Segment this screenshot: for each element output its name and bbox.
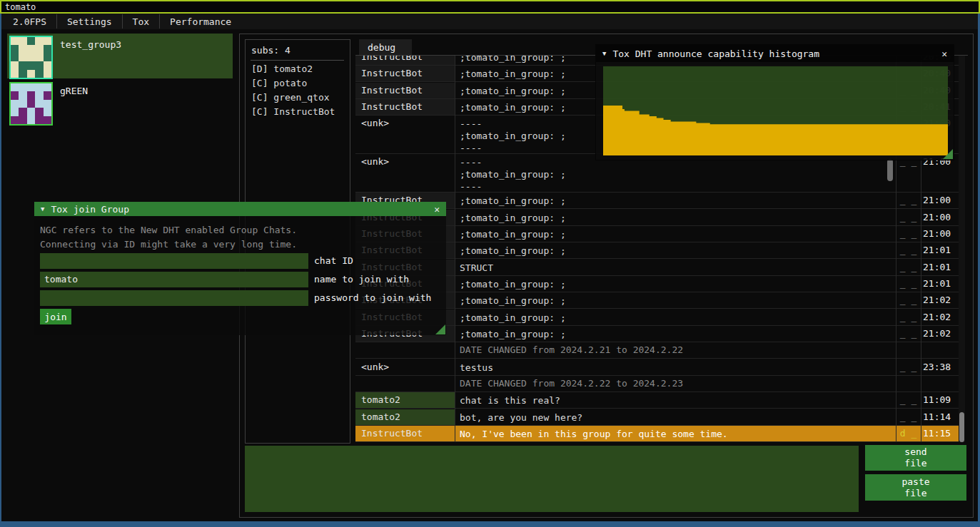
avatar-pixel <box>44 37 51 45</box>
avatar-pixel <box>11 45 19 53</box>
paste-file-button[interactable]: paste file <box>865 474 966 501</box>
sidebar-group-gREEN[interactable]: gREEN <box>7 80 233 125</box>
avatar-pixel <box>19 116 26 124</box>
menu-item-performance[interactable]: Performance <box>160 14 241 29</box>
collapse-arrow-icon[interactable]: ▼ <box>602 50 606 57</box>
delivery-status: _ _ <box>896 193 921 208</box>
date-separator-row: DATE CHANGED from 2024.2.22 to 2024.2.23 <box>355 376 959 392</box>
sender-name: InstructBot <box>355 99 455 115</box>
members-separator <box>251 60 344 61</box>
dht-histogram-plot <box>603 66 948 155</box>
avatar-pixel <box>19 83 26 91</box>
menu-item-tox[interactable]: Tox <box>123 14 159 29</box>
avatar-pixel <box>19 91 26 99</box>
group-name-label: gREEN <box>60 86 88 125</box>
message-row[interactable]: <unk>testus_ _23:38 <box>355 359 959 376</box>
avatar-pixel <box>27 61 35 69</box>
avatar-pixel <box>35 116 43 124</box>
message-timestamp: 21:00 <box>923 210 959 225</box>
avatar-pixel <box>19 100 26 108</box>
avatar-pixel <box>35 37 43 45</box>
sender-name: InstructBot <box>355 426 455 441</box>
send-file-button[interactable]: send file <box>865 445 966 471</box>
join-name-input[interactable]: tomato <box>40 272 308 287</box>
sender-name: InstructBot <box>355 56 455 65</box>
resize-grip[interactable] <box>943 149 953 159</box>
collapse-arrow-icon[interactable]: ▼ <box>41 205 44 213</box>
inline-scrollbar-thumb[interactable] <box>887 159 893 181</box>
avatar-pixel <box>35 108 43 116</box>
sender-name: tomato2 <box>355 409 455 425</box>
sender-name: <unk> <box>355 154 455 192</box>
dht-histogram-title: Tox DHT announce capability histogram <box>612 48 819 59</box>
message-text: ;tomato_in_group: ; <box>456 292 894 308</box>
tab-debug-label: debug <box>368 42 395 53</box>
avatar-pixel <box>44 53 51 61</box>
dht-histogram-window: ▼ Tox DHT announce capability histogram … <box>595 44 954 160</box>
close-icon[interactable]: ✕ <box>434 204 440 215</box>
menu-item-settings[interactable]: Settings <box>57 14 122 29</box>
message-timestamp: 23:38 <box>923 359 959 375</box>
messages-scrollbar-thumb[interactable] <box>959 412 964 442</box>
message-timestamp: 21:00 <box>923 226 959 242</box>
tab-debug[interactable]: debug <box>359 39 412 55</box>
join-group-titlebar[interactable]: ▼ Tox join Group ✕ <box>34 202 446 216</box>
field-label: chat ID <box>314 253 353 266</box>
sender-name: InstructBot <box>355 83 455 98</box>
avatar-pixel <box>27 100 35 108</box>
send-file-label-line2: file <box>904 458 926 469</box>
message-text: No, I've been in this group for quite so… <box>456 426 894 441</box>
avatar-pixel <box>44 116 51 124</box>
window-title: tomato <box>5 2 36 12</box>
member-item-1[interactable]: [C] potato <box>251 78 307 92</box>
avatar-pixel <box>35 100 43 108</box>
avatar-pixel <box>11 70 19 78</box>
field-label: password to join with <box>314 290 431 303</box>
avatar-pixel <box>27 116 35 124</box>
resize-grip[interactable] <box>435 324 445 334</box>
avatar-pixel <box>44 91 51 99</box>
titlebar[interactable]: tomato <box>0 0 980 14</box>
delivery-status: d _ <box>896 426 921 441</box>
avatar-pixel <box>35 45 43 53</box>
join-group-title: Tox join Group <box>51 204 129 215</box>
chat-id-input[interactable] <box>40 253 308 269</box>
delivery-status: _ _ <box>896 359 921 375</box>
column-divider-name <box>455 56 455 442</box>
join-password-input[interactable] <box>40 290 308 306</box>
message-text: chat is this real? <box>456 392 894 408</box>
member-item-0[interactable]: [D] tomato2 <box>251 63 313 78</box>
menu-item-2.0fps: 2.0FPS <box>3 14 56 29</box>
group-avatar <box>9 82 53 126</box>
message-text: ;tomato_in_group: ; <box>456 276 894 292</box>
member-item-3[interactable]: [C] InstructBot <box>251 106 335 121</box>
message-timestamp: 21:02 <box>923 309 959 325</box>
message-timestamp: 21:02 <box>923 326 959 342</box>
message-timestamp: 11:15 <box>923 426 959 441</box>
avatar-pixel <box>44 70 51 78</box>
avatar-pixel <box>11 91 19 99</box>
message-timestamp: 21:01 <box>923 242 959 258</box>
message-row[interactable]: InstructBotNo, I've been in this group f… <box>355 426 959 442</box>
delivery-status: _ _ <box>896 242 921 258</box>
avatar-pixel <box>35 70 43 78</box>
messages-scrollbar-track[interactable] <box>959 56 965 442</box>
sidebar-group-test_group3[interactable]: test_group3 <box>7 34 233 78</box>
avatar-pixel <box>19 61 26 69</box>
close-icon[interactable]: ✕ <box>941 48 947 59</box>
message-row[interactable]: tomato2bot, are you new here?_ _11:14 <box>355 409 959 426</box>
join-group-dialog: ▼ Tox join Group ✕ NGC refers to the New… <box>34 202 446 335</box>
avatar-pixel <box>27 108 35 116</box>
join-button[interactable]: join <box>40 309 71 324</box>
app-window: tomato 2.0FPSSettingsToxPerformance test… <box>0 0 980 527</box>
message-timestamp: 21:02 <box>923 292 959 308</box>
member-item-2[interactable]: [C] green_qtox <box>251 92 330 106</box>
message-input[interactable] <box>245 446 859 512</box>
sender-name: <unk> <box>355 116 455 153</box>
avatar-pixel <box>19 37 26 45</box>
dht-histogram-titlebar[interactable]: ▼ Tox DHT announce capability histogram … <box>596 45 954 62</box>
message-row[interactable]: tomato2chat is this real?_ _11:09 <box>355 392 959 409</box>
delivery-status: _ _ <box>896 226 921 242</box>
delivery-status: _ _ <box>896 326 921 342</box>
message-timestamp: 21:01 <box>923 260 959 275</box>
